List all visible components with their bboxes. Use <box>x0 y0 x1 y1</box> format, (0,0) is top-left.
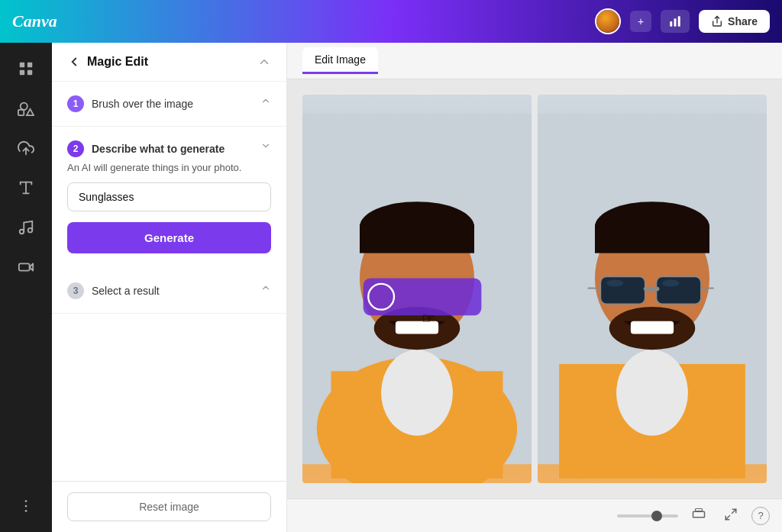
sidebar-icon-more[interactable] <box>9 489 43 523</box>
canvas-bottom-bar: ? <box>287 498 782 532</box>
svg-point-19 <box>25 510 27 512</box>
svg-rect-36 <box>595 224 709 253</box>
svg-rect-47 <box>696 508 703 511</box>
sidebar-icon-elements[interactable] <box>9 92 43 125</box>
header: Canva + Share <box>0 0 782 43</box>
canvas-area: Edit Image <box>287 43 782 532</box>
images-container: ☞ <box>302 95 767 483</box>
icon-sidebar <box>0 43 52 532</box>
analytics-button[interactable] <box>661 10 690 33</box>
step-2-number: 2 <box>67 140 84 157</box>
help-icon: ? <box>758 510 763 521</box>
step-1-number: 1 <box>67 95 84 112</box>
canvas-content[interactable]: ☞ <box>287 79 782 498</box>
step-2-section: 2 Describe what to generate An AI will g… <box>52 127 286 269</box>
add-button[interactable]: + <box>630 11 651 32</box>
svg-rect-1 <box>674 18 677 27</box>
left-image-panel[interactable]: ☞ <box>302 95 532 483</box>
svg-point-15 <box>28 228 33 233</box>
svg-rect-0 <box>670 21 672 27</box>
panel-title: Magic Edit <box>87 55 148 69</box>
step-1-chevron <box>260 95 271 108</box>
svg-point-8 <box>21 103 27 110</box>
steps-container: 1 Brush over the image 2 <box>52 82 286 481</box>
fullscreen-button[interactable] <box>719 505 742 527</box>
back-button[interactable] <box>67 55 81 69</box>
panel-footer: Reset image <box>52 481 286 532</box>
generate-button[interactable]: Generate <box>67 222 271 253</box>
svg-rect-5 <box>27 63 32 67</box>
step-2-row[interactable]: 2 Describe what to generate <box>52 127 286 162</box>
main-layout: Magic Edit 1 Brush over the image <box>0 43 782 532</box>
svg-line-48 <box>732 509 736 513</box>
share-icon <box>711 15 723 27</box>
svg-rect-10 <box>18 110 24 115</box>
svg-rect-41 <box>644 287 660 292</box>
svg-rect-26 <box>360 224 474 253</box>
step-1-left: 1 Brush over the image <box>67 95 193 112</box>
step-2-left: 2 Describe what to generate <box>67 140 225 157</box>
svg-rect-4 <box>20 63 24 67</box>
canva-logo: Canva <box>12 11 57 31</box>
analytics-icon <box>668 15 682 28</box>
step-2-chevron <box>260 140 271 153</box>
zoom-slider[interactable] <box>617 514 678 517</box>
zoom-control[interactable] <box>617 514 678 517</box>
avatar[interactable] <box>595 8 621 34</box>
svg-point-33 <box>616 350 688 436</box>
svg-rect-7 <box>27 70 32 75</box>
step-2-label: Describe what to generate <box>92 143 225 155</box>
sidebar-icon-music[interactable] <box>9 211 43 244</box>
svg-rect-38 <box>631 321 674 334</box>
svg-rect-46 <box>693 511 705 517</box>
svg-point-23 <box>381 350 453 436</box>
step-3-chevron <box>260 282 271 295</box>
step-3-label: Select a result <box>92 285 160 297</box>
svg-point-45 <box>662 279 680 286</box>
panel-header: Magic Edit <box>52 43 286 82</box>
edit-image-tab[interactable]: Edit Image <box>302 47 378 74</box>
panel-sidebar: Magic Edit 1 Brush over the image <box>52 43 287 532</box>
svg-rect-2 <box>678 16 680 27</box>
help-button[interactable]: ? <box>751 507 770 525</box>
svg-point-18 <box>25 505 27 508</box>
panel-collapse-button[interactable] <box>257 55 271 69</box>
zoom-thumb <box>651 511 662 521</box>
step-1-row[interactable]: 1 Brush over the image <box>52 82 286 127</box>
svg-rect-16 <box>19 263 30 270</box>
svg-point-14 <box>20 230 24 234</box>
canvas-tabs: Edit Image <box>287 43 782 79</box>
svg-marker-9 <box>27 109 34 115</box>
prompt-input[interactable] <box>67 182 271 211</box>
plus-icon: + <box>638 15 644 27</box>
svg-rect-39 <box>601 277 645 305</box>
svg-point-17 <box>25 500 27 502</box>
svg-line-49 <box>725 515 729 519</box>
fit-screen-button[interactable] <box>687 505 710 527</box>
sidebar-icon-text[interactable] <box>9 171 43 205</box>
share-label: Share <box>728 15 758 27</box>
step-3-number: 3 <box>67 282 84 299</box>
sidebar-icon-video[interactable] <box>9 250 43 284</box>
step-3-row[interactable]: 3 Select a result <box>52 269 286 314</box>
step-2-content: An AI will generate things in your photo… <box>52 162 286 269</box>
sidebar-icon-uploads[interactable] <box>9 131 43 165</box>
sidebar-icon-grid[interactable] <box>9 52 43 85</box>
right-image-panel[interactable] <box>538 95 767 483</box>
svg-rect-40 <box>657 277 701 305</box>
svg-point-44 <box>606 279 624 286</box>
svg-rect-28 <box>396 321 438 334</box>
share-button[interactable]: Share <box>699 10 770 33</box>
reset-button[interactable]: Reset image <box>67 492 271 521</box>
header-right: + Share <box>595 8 770 34</box>
svg-rect-6 <box>20 70 24 75</box>
step-3-left: 3 Select a result <box>67 282 160 299</box>
step-2-description: An AI will generate things in your photo… <box>67 162 271 173</box>
step-1-label: Brush over the image <box>92 98 193 110</box>
